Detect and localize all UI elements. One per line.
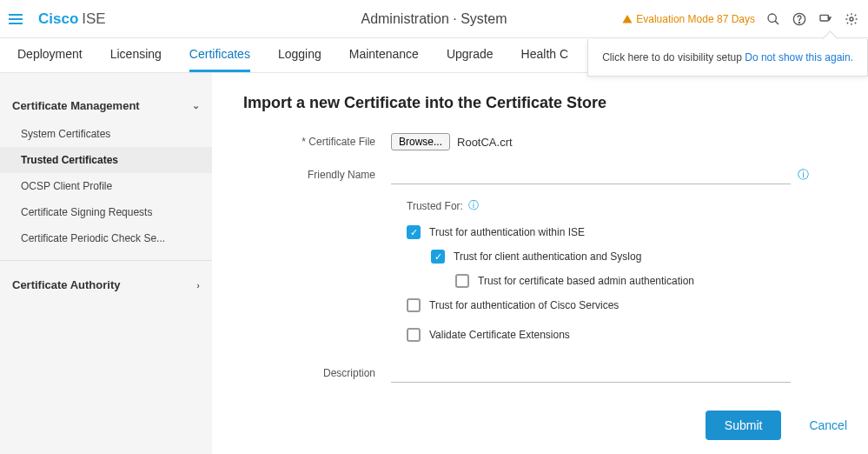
checkbox-row-validate-ext: Validate Certificate Extensions <box>407 328 847 342</box>
info-icon[interactable]: ⓘ <box>798 167 809 183</box>
checkbox-row-admin-auth: Trust for certificate based admin authen… <box>455 274 847 288</box>
menu-icon[interactable] <box>9 9 30 30</box>
brand-secondary: ISE <box>82 10 105 27</box>
evaluation-badge: Evaluation Mode 87 Days <box>622 13 755 25</box>
sidebar-separator <box>0 260 212 261</box>
trusted-for-block: Trusted For: ⓘ Trust for authentication … <box>407 198 847 342</box>
field-cert-file: Browse... RootCA.crt <box>391 133 847 150</box>
visibility-popup: Click here to do visibility setup Do not… <box>587 39 868 77</box>
gear-icon[interactable] <box>844 11 859 27</box>
evaluation-text: Evaluation Mode 87 Days <box>636 13 755 25</box>
sidebar-item-ocsp-client-profile[interactable]: OCSP Client Profile <box>0 173 212 199</box>
submit-button[interactable]: Submit <box>706 411 782 440</box>
label-description: Description <box>243 367 391 379</box>
browse-button[interactable]: Browse... <box>391 133 450 150</box>
checkbox-label: Trust for client authentication and Sysl… <box>454 250 641 263</box>
app-body: Certificate Management ⌄ System Certific… <box>0 73 868 454</box>
checkbox-label: Trust for authentication within ISE <box>429 226 585 238</box>
svg-line-1 <box>775 21 779 24</box>
row-description: Description <box>243 363 847 383</box>
checkbox-validate-ext[interactable] <box>407 328 421 342</box>
sidebar-group-cert-mgmt[interactable]: Certificate Management ⌄ <box>0 90 212 121</box>
svg-point-5 <box>850 17 853 21</box>
page-title: Import a new Certificate into the Certif… <box>243 94 847 112</box>
tab-licensing[interactable]: Licensing <box>110 38 162 72</box>
sidebar-group-label: Certificate Authority <box>12 278 120 291</box>
sidebar: Certificate Management ⌄ System Certific… <box>0 73 212 454</box>
sidebar-items-cert-mgmt: System CertificatesTrusted CertificatesO… <box>0 121 212 251</box>
chevron-right-icon: › <box>196 280 200 290</box>
main-content: Import a new Certificate into the Certif… <box>212 73 868 454</box>
description-input[interactable] <box>391 363 791 383</box>
tab-logging[interactable]: Logging <box>278 38 321 72</box>
field-description <box>391 363 847 383</box>
row-cert-file: * Certificate File Browse... RootCA.crt <box>243 133 847 150</box>
checkbox-cisco-services[interactable] <box>407 298 421 312</box>
info-icon[interactable]: ⓘ <box>468 198 479 213</box>
checkbox-label: Trust for certificate based admin authen… <box>478 275 694 287</box>
svg-rect-4 <box>820 15 828 21</box>
sidebar-item-certificate-periodic-check-se-[interactable]: Certificate Periodic Check Se... <box>0 225 212 251</box>
breadcrumb: Administration · System <box>361 11 507 27</box>
checkbox-client-auth[interactable] <box>431 250 445 264</box>
popup-text: Click here to do visibility setup <box>602 51 745 63</box>
brand-primary: Cisco <box>38 10 78 27</box>
app-header: CiscoISE Administration · System Evaluat… <box>0 0 868 38</box>
trusted-for-label: Trusted For: <box>407 200 463 212</box>
sidebar-group-label: Certificate Management <box>12 99 140 112</box>
chevron-down-icon: ⌄ <box>192 100 200 111</box>
header-right: Evaluation Mode 87 Days <box>622 11 859 27</box>
checkbox-admin-auth[interactable] <box>455 274 469 288</box>
brand: CiscoISE <box>38 10 106 28</box>
trusted-for-heading: Trusted For: ⓘ <box>407 198 847 213</box>
form-actions: Submit Cancel <box>706 411 847 440</box>
sidebar-item-system-certificates[interactable]: System Certificates <box>0 121 212 147</box>
sidebar-item-trusted-certificates[interactable]: Trusted Certificates <box>0 147 212 173</box>
svg-point-0 <box>768 14 776 22</box>
row-friendly-name: Friendly Name ⓘ <box>243 164 847 184</box>
checkbox-label: Trust for authentication of Cisco Servic… <box>429 299 619 311</box>
label-cert-file: * Certificate File <box>243 136 391 148</box>
sidebar-item-certificate-signing-requests[interactable]: Certificate Signing Requests <box>0 199 212 225</box>
label-friendly-name: Friendly Name <box>243 169 391 181</box>
checkbox-row-ise-auth: Trust for authentication within ISE <box>407 225 847 239</box>
search-icon[interactable] <box>765 11 781 27</box>
field-friendly-name: ⓘ <box>391 164 847 184</box>
tab-health-c[interactable]: Health C <box>521 38 568 72</box>
svg-point-3 <box>798 22 799 23</box>
cancel-button[interactable]: Cancel <box>809 418 847 432</box>
sidebar-group-cert-auth[interactable]: Certificate Authority › <box>0 270 212 300</box>
popup-dismiss-link[interactable]: Do not show this again. <box>745 51 853 63</box>
selected-file-name: RootCA.crt <box>457 136 513 149</box>
checkbox-label: Validate Certificate Extensions <box>429 329 570 341</box>
checkbox-row-cisco-services: Trust for authentication of Cisco Servic… <box>407 298 847 312</box>
friendly-name-input[interactable] <box>391 164 791 184</box>
tab-maintenance[interactable]: Maintenance <box>349 38 419 72</box>
tools-icon[interactable] <box>818 11 833 27</box>
tab-certificates[interactable]: Certificates <box>189 38 250 72</box>
tab-deployment[interactable]: Deployment <box>17 38 83 72</box>
tab-upgrade[interactable]: Upgrade <box>447 38 494 72</box>
help-icon[interactable] <box>792 11 807 27</box>
checkbox-row-client-auth: Trust for client authentication and Sysl… <box>431 250 847 264</box>
warning-icon <box>622 14 633 24</box>
checkbox-ise-auth[interactable] <box>407 225 421 239</box>
